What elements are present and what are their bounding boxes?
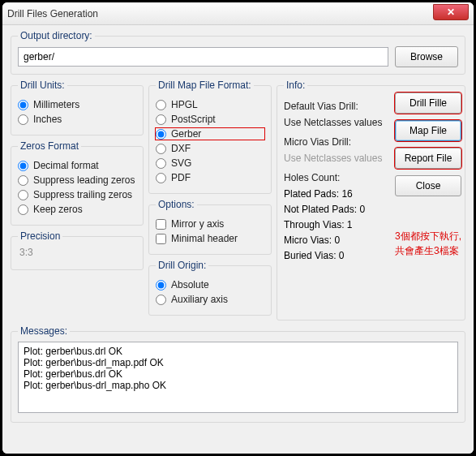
precision-value: 3:3 (19, 247, 136, 258)
check-mirror-y-input[interactable] (156, 219, 166, 230)
precision-group: Precision 3:3 (11, 230, 144, 270)
window-title: Drill Files Generation (7, 8, 98, 19)
close-icon[interactable]: ✕ (433, 4, 469, 20)
client-area: Output directory: Browse Drill Units: Mi… (2, 25, 474, 454)
radio-hpgl[interactable]: HPGL (156, 99, 264, 110)
messages-legend: Messages: (18, 325, 70, 337)
report-file-button[interactable]: Report File (395, 148, 461, 169)
output-dir-input[interactable] (18, 47, 388, 67)
radio-gerber-input[interactable] (156, 129, 166, 140)
output-dir-group: Output directory: Browse (11, 30, 465, 75)
action-buttons: Drill Fille Map File Report File Close (395, 92, 461, 196)
radio-keep-zeros-input[interactable] (18, 204, 28, 215)
radio-absolute-input[interactable] (156, 280, 166, 290)
drill-units-group: Drill Units: Millimeters Inches (11, 80, 144, 136)
check-minimal-header-input[interactable] (156, 234, 166, 244)
browse-button[interactable]: Browse (395, 46, 458, 67)
map-file-button[interactable]: Map File (395, 120, 461, 141)
radio-inches[interactable]: Inches (18, 114, 136, 125)
options-legend: Options: (156, 199, 197, 210)
options-group: Options: Mirror y axis Minimal header (148, 199, 272, 255)
radio-suppress-leading[interactable]: Suppress leading zeros (18, 174, 136, 186)
radio-decimal-input[interactable] (18, 161, 28, 171)
radio-postscript[interactable]: PostScript (156, 114, 264, 125)
radio-suppress-trailing-input[interactable] (18, 190, 28, 200)
check-minimal-header[interactable]: Minimal header (156, 233, 264, 244)
info-group: Info: Default Vias Drill: Use Netclasses… (277, 80, 465, 320)
titlebar[interactable]: Drill Files Generation ✕ (2, 2, 474, 25)
radio-postscript-input[interactable] (156, 114, 166, 125)
radio-dxf-input[interactable] (156, 144, 166, 154)
zeros-format-legend: Zeros Format (18, 140, 81, 152)
radio-pdf[interactable]: PDF (156, 172, 264, 183)
radio-decimal-format[interactable]: Decimal format (18, 160, 136, 171)
radio-svg[interactable]: SVG (156, 157, 264, 169)
radio-millimeters[interactable]: Millimeters (18, 99, 136, 110)
radio-suppress-leading-input[interactable] (18, 175, 28, 186)
radio-keep-zeros[interactable]: Keep zeros (18, 204, 136, 215)
precision-legend: Precision (18, 230, 62, 242)
radio-absolute[interactable]: Absolute (156, 279, 264, 290)
radio-auxiliary-input[interactable] (156, 295, 166, 305)
radio-pdf-input[interactable] (156, 173, 166, 183)
radio-dxf[interactable]: DXF (156, 143, 264, 154)
drill-origin-group: Drill Origin: Absolute Auxiliary axis (148, 260, 272, 316)
radio-suppress-trailing[interactable]: Suppress trailing zeros (18, 189, 136, 200)
map-format-legend: Drill Map File Format: (156, 80, 254, 91)
drill-file-button[interactable]: Drill Fille (395, 92, 461, 114)
check-mirror-y[interactable]: Mirror y axis (156, 218, 264, 230)
info-legend: Info: (284, 80, 307, 91)
dialog-window: Drill Files Generation ✕ Output director… (2, 2, 474, 454)
output-dir-legend: Output directory: (18, 30, 95, 41)
radio-svg-input[interactable] (156, 158, 166, 169)
zeros-format-group: Zeros Format Decimal format Suppress lea… (11, 140, 144, 226)
close-button[interactable]: Close (395, 175, 461, 196)
drill-origin-legend: Drill Origin: (156, 260, 208, 271)
radio-gerber[interactable]: Gerber (156, 128, 264, 140)
radio-auxiliary[interactable]: Auxiliary axis (156, 294, 264, 305)
radio-millimeters-input[interactable] (18, 100, 28, 110)
map-format-group: Drill Map File Format: HPGL PostScript G… (148, 80, 272, 194)
messages-group: Messages: (11, 325, 465, 423)
radio-inches-input[interactable] (18, 114, 28, 125)
drill-units-legend: Drill Units: (18, 80, 67, 91)
radio-hpgl-input[interactable] (156, 100, 166, 110)
holes-not-plated: Not Plated Pads: 0 (284, 204, 458, 215)
messages-textarea[interactable] (18, 342, 458, 413)
annotation-text: 3個都按下執行, 共會產生3檔案 (395, 229, 461, 258)
